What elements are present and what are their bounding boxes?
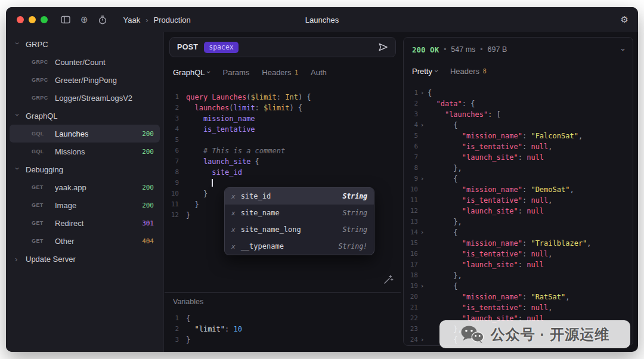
fold-chevron-icon (179, 156, 185, 167)
line-number: 7 (404, 152, 418, 163)
request-panel: POST spacex GraphQL › Params Headers 1 A… (165, 32, 401, 352)
autocomplete-option-site_name[interactable]: x site_name String (225, 205, 374, 221)
line-number: 6 (404, 141, 418, 152)
response-json-viewer[interactable]: 1 › { 2 "data": { 3 "launches": [ 4 › { … (404, 88, 633, 345)
sidebar-group-grpc[interactable]: › GRPC (10, 35, 160, 53)
line-number: 5 (404, 131, 418, 141)
syntax-token: "mission_name" (462, 132, 522, 140)
sidebar-item-other[interactable]: GET Other 404 (10, 232, 160, 250)
syntax-token: mission_name (186, 114, 255, 123)
code-content: { (426, 227, 458, 238)
tab-graphql[interactable]: GraphQL › (173, 68, 210, 77)
new-request-icon[interactable]: ⊕ (80, 16, 88, 24)
toggle-sidebar-icon[interactable] (61, 16, 70, 24)
tab-headers[interactable]: Headers 8 (450, 67, 487, 76)
code-line: 3 } (165, 335, 401, 345)
syntax-token (428, 239, 462, 247)
field-icon: x (231, 226, 236, 234)
code-line: 8 site_id (165, 167, 401, 178)
fold-chevron-icon[interactable]: › (418, 281, 426, 292)
fold-chevron-icon[interactable]: › (418, 335, 426, 345)
fold-chevron-icon[interactable]: › (418, 88, 426, 98)
code-line: 6 # This is a comment (165, 146, 401, 156)
autocomplete-option-site_name_long[interactable]: x site_name_long String (225, 221, 374, 238)
request-method-tag: GRPC (32, 77, 50, 83)
code-line: 3 mission_name (165, 113, 401, 124)
tab-auth[interactable]: Auth (311, 68, 327, 77)
line-number: 8 (404, 163, 418, 174)
line-number: 4 (404, 120, 418, 131)
code-content: { (426, 120, 458, 131)
syntax-token: "FalconSat" (531, 132, 578, 140)
line-number: 15 (404, 238, 418, 249)
syntax-token: : { (462, 100, 475, 108)
send-request-icon[interactable] (378, 42, 388, 52)
variables-editor[interactable]: 1 { 2 "limit": 10 3 } (165, 313, 401, 345)
syntax-token: "mission_name" (462, 239, 522, 247)
syntax-token: "launch_site" (462, 261, 518, 269)
sidebar-group-update-server[interactable]: › Update Server (10, 250, 160, 268)
syntax-token: : (225, 325, 233, 333)
fold-chevron-icon[interactable]: › (418, 174, 426, 184)
url-template-badge[interactable]: spacex (204, 42, 239, 53)
code-line: 7 launch_site { (165, 156, 401, 167)
titlebar-toolbar: ⊕ (61, 16, 107, 24)
minimize-window-button[interactable] (29, 16, 36, 23)
code-line: 17 "launch_site": null (404, 259, 633, 270)
environment-name[interactable]: Production (154, 16, 191, 24)
code-line: 5 "mission_name": "FalconSat", (404, 131, 633, 141)
sidebar-item-yaak-app[interactable]: GET yaak.app 200 (10, 178, 160, 196)
syntax-token: { (250, 157, 259, 166)
format-wand-icon[interactable] (383, 274, 394, 284)
line-number: 24 (404, 335, 418, 345)
code-line: 2 launches(limit: $limit) { (165, 103, 401, 113)
syntax-token: "is_tentative" (462, 143, 522, 151)
syntax-token: , (548, 196, 552, 205)
response-tabs: Pretty › Headers 8 (404, 61, 633, 81)
sidebar-item-missions[interactable]: GQL Missions 200 (10, 143, 160, 160)
autocomplete-option-__typename[interactable]: x __typename String! (225, 238, 374, 255)
syntax-token: null (527, 153, 544, 162)
sidebar-item-launches[interactable]: GQL Launches 200 (10, 125, 160, 143)
sidebar-group-label: Debugging (26, 165, 63, 174)
request-method-tag: GET (32, 220, 50, 226)
autocomplete-option-site_id[interactable]: x site_id String (225, 188, 374, 205)
fold-chevron-icon[interactable]: › (418, 120, 426, 131)
syntax-token: : (522, 196, 531, 205)
settings-gear-icon[interactable]: ⚙ (621, 14, 628, 25)
sidebar-item-greeter-pingpong[interactable]: GRPC Greeter/PingPong (10, 71, 160, 89)
url-bar[interactable]: POST spacex (169, 37, 396, 57)
workspace-name[interactable]: Yaak (123, 16, 141, 24)
zoom-window-button[interactable] (41, 16, 48, 23)
tab-pretty[interactable]: Pretty › (412, 67, 438, 76)
fold-chevron-icon (418, 249, 426, 259)
syntax-token: ) { (289, 104, 302, 112)
sidebar-item-redirect[interactable]: GET Redirect 301 (10, 214, 160, 232)
code-line: 9 › { (404, 174, 633, 184)
option-name: site_name_long (241, 225, 301, 234)
sidebar-group-graphql[interactable]: › GraphQL (10, 107, 160, 125)
autocomplete-popup: x site_id String x site_name String x si… (224, 187, 374, 255)
sidebar-group-debugging[interactable]: › Debugging (10, 160, 160, 178)
syntax-token (428, 207, 462, 215)
syntax-token: "DemoSat" (531, 185, 569, 194)
code-line: 15 "mission_name": "Trailblazer", (404, 238, 633, 249)
sidebar-item-logger-streamlogsv2[interactable]: GRPC Logger/StreamLogsV2 (10, 89, 160, 107)
syntax-token: : (522, 132, 531, 140)
history-timer-icon[interactable] (98, 16, 107, 24)
tab-headers[interactable]: Headers 1 (262, 68, 298, 77)
request-method-tag: GET (32, 202, 50, 208)
sidebar-item-image[interactable]: GET Image 200 (10, 196, 160, 214)
sidebar-item-counter-count[interactable]: GRPC Counter/Count (10, 53, 160, 71)
tab-label: Headers (450, 67, 479, 76)
fold-chevron-icon[interactable]: › (418, 227, 426, 238)
code-content: site_id (185, 167, 242, 178)
code-line: 8 }, (404, 163, 633, 174)
chevron-down-icon[interactable]: › (618, 48, 627, 51)
syntax-token: null (531, 304, 548, 312)
syntax-token: "Trailblazer" (531, 239, 587, 247)
tab-params[interactable]: Params (222, 68, 249, 77)
line-number: 5 (165, 135, 179, 146)
close-window-button[interactable] (17, 16, 24, 23)
syntax-token: "is_tentative" (462, 196, 522, 205)
